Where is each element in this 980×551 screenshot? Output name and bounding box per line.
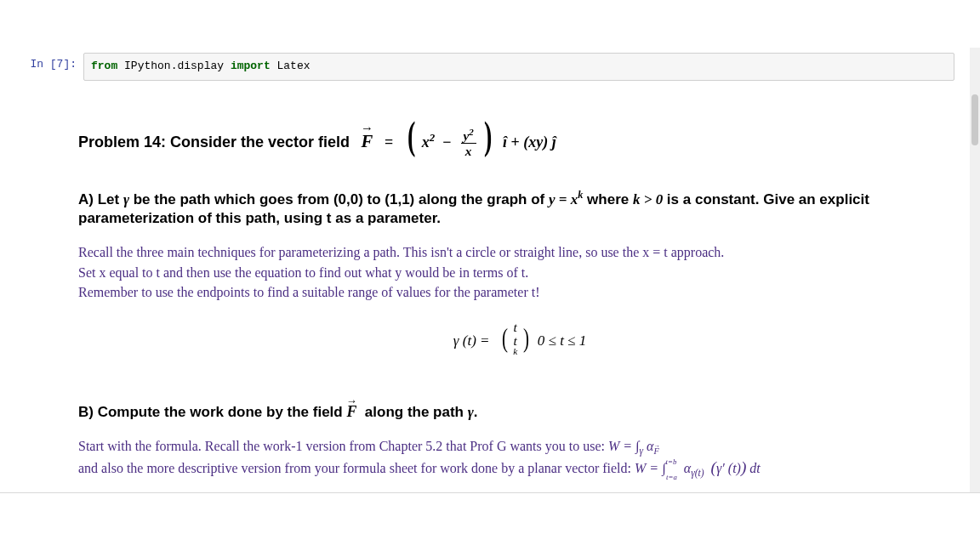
part-b-header: B) Compute the work done by the field F … xyxy=(78,401,961,423)
kw-from: from xyxy=(91,60,117,72)
j-hat: ĵ xyxy=(552,133,556,151)
part-a-hints: Recall the three main techniques for par… xyxy=(78,242,961,302)
hint-line-1: Recall the three main techniques for par… xyxy=(78,245,724,259)
code-input-area[interactable]: from IPython.display import Latex xyxy=(83,53,954,81)
rendered-output: Problem 14: Consider the vector field F … xyxy=(78,118,961,488)
heading-text: Problem 14: Consider the vector field xyxy=(78,133,350,151)
hint-b-line-1: Start with the formula. Recall the work-… xyxy=(78,439,608,453)
part-a-header: A) Let γ be the path which goes from (0,… xyxy=(78,190,961,230)
hint-line-3: Remember to use the endpoints to find a … xyxy=(78,285,539,299)
gamma-equation: γ (t) = ( t tk ) 0 ≤ t ≤ 1 xyxy=(78,321,961,362)
plus-sign: + xyxy=(510,133,519,151)
hint-b-line-2: and also the more descriptive version fr… xyxy=(78,461,635,475)
gamma-lhs: γ (t) = xyxy=(453,332,490,349)
col-paren-close-icon: ) xyxy=(522,327,528,349)
col-paren-open-icon: ( xyxy=(502,327,508,349)
problem-heading: Problem 14: Consider the vector field F … xyxy=(78,118,961,158)
vector-F-b: F xyxy=(346,401,356,422)
work-formula-2: W = ∫t=bt=a αγ(t) (γ′ (t)) dt xyxy=(635,461,761,475)
cell-prompt: In [7]: xyxy=(0,53,83,71)
content-area: In [7]: from IPython.display import Late… xyxy=(0,48,980,493)
module-name: IPython.display xyxy=(124,60,224,72)
code-cell: In [7]: from IPython.display import Late… xyxy=(0,48,980,84)
bottom-letterbox xyxy=(0,492,980,551)
minus-sign: − xyxy=(442,133,451,151)
paren-close-icon: ) xyxy=(484,120,492,151)
symbol-name: Latex xyxy=(277,60,311,72)
work-formula-1: W = ∫γ αF xyxy=(608,439,659,453)
notebook-root: In [7]: from IPython.display import Late… xyxy=(0,0,980,551)
top-letterbox xyxy=(0,0,980,48)
scrollbar-thumb[interactable] xyxy=(971,94,978,145)
eq-sign: = xyxy=(385,133,393,151)
vector-F: F xyxy=(362,130,373,154)
t-range: 0 ≤ t ≤ 1 xyxy=(538,332,586,349)
paren-open-icon: ( xyxy=(407,120,415,151)
term-x2: x2 xyxy=(422,133,439,151)
kw-import: import xyxy=(231,60,271,72)
part-b-hints: Start with the formula. Recall the work-… xyxy=(78,436,961,480)
i-hat: î xyxy=(503,133,507,151)
hint-line-2: Set x equal to t and then use the equati… xyxy=(78,265,528,280)
column-vector: t tk xyxy=(513,321,517,362)
fraction-y2-over-x: y2 x xyxy=(461,129,476,158)
term-xy: (xy) xyxy=(523,133,552,151)
